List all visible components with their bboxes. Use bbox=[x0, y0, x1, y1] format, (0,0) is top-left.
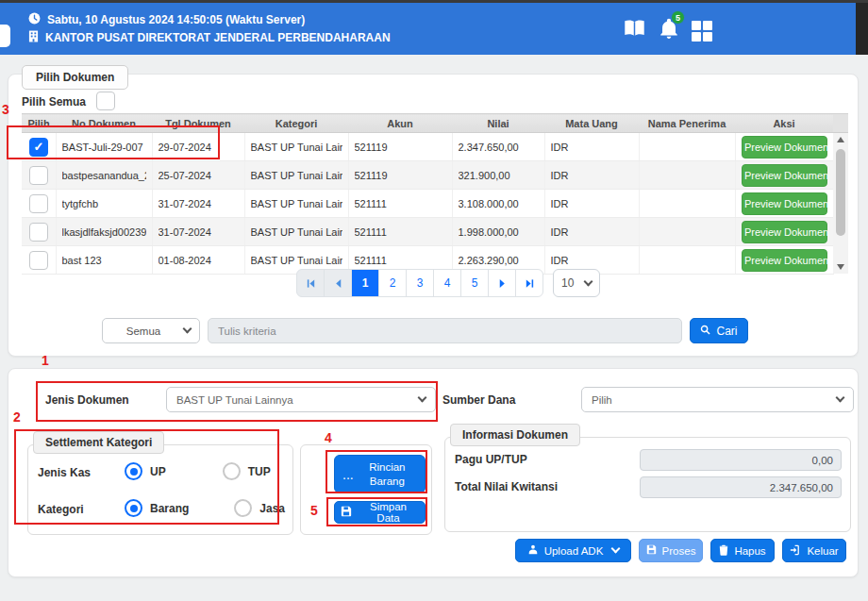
cell-mata-uang: IDR bbox=[544, 218, 639, 246]
chevron-down-icon bbox=[836, 393, 845, 403]
sumber-dana-select[interactable]: Pilih bbox=[581, 387, 854, 412]
save-icon bbox=[646, 544, 657, 557]
proses-button[interactable]: Proses bbox=[639, 539, 703, 562]
upload-adk-button[interactable]: Upload ADK bbox=[515, 539, 631, 562]
sumber-dana-label: Sumber Dana bbox=[442, 393, 515, 407]
scroll-up-icon[interactable] bbox=[833, 133, 848, 146]
total-nilai-input bbox=[640, 476, 842, 498]
next-page-button[interactable] bbox=[488, 269, 516, 297]
pagu-input bbox=[640, 449, 842, 471]
criteria-input[interactable] bbox=[208, 318, 682, 343]
annotation-label-4: 4 bbox=[325, 430, 332, 445]
tab-pilih-dokumen[interactable]: Pilih Dokumen bbox=[22, 65, 128, 90]
preview-label: Preview Dokumen bbox=[744, 198, 828, 209]
radio-label: Barang bbox=[150, 502, 189, 515]
scroll-down-icon[interactable] bbox=[833, 260, 848, 274]
radio-tup[interactable] bbox=[223, 462, 241, 480]
column-header: Pilih bbox=[22, 114, 56, 133]
jenis-kas-options: UPTUP bbox=[125, 462, 271, 480]
cell-tgl-dokumen: 29-07-2024 bbox=[152, 133, 244, 161]
cell-mata-uang: IDR bbox=[544, 161, 639, 190]
row-checkbox[interactable] bbox=[29, 166, 48, 185]
notification-badge[interactable]: 5 bbox=[671, 10, 685, 25]
first-page-button[interactable] bbox=[296, 269, 325, 297]
cell-nama-penerima bbox=[639, 133, 735, 161]
book-icon[interactable] bbox=[622, 19, 647, 42]
radio-option[interactable]: TUP bbox=[223, 462, 271, 480]
cell-kategori: BAST UP Tunai Lainnya bbox=[244, 218, 348, 246]
cari-button[interactable]: Cari bbox=[690, 318, 748, 343]
hapus-button[interactable]: Hapus bbox=[710, 539, 775, 562]
upload-adk-label: Upload ADK bbox=[544, 545, 604, 557]
table-row: ✓BAST-Juli-29-00729-07-2024BAST UP Tunai… bbox=[22, 133, 833, 161]
search-icon bbox=[700, 325, 710, 338]
page-button[interactable]: 4 bbox=[433, 269, 461, 297]
page-size-select[interactable]: 10 bbox=[553, 269, 600, 297]
cari-label: Cari bbox=[716, 325, 737, 338]
jenis-dokumen-value: BAST UP Tunai Lainnya bbox=[176, 394, 419, 406]
row-checkbox[interactable] bbox=[29, 194, 48, 213]
header-corner bbox=[856, 3, 868, 55]
cell-aksi: Preview Dokumen bbox=[735, 190, 833, 218]
simpan-data-label: Simpan Data bbox=[358, 501, 419, 524]
cell-nilai: 321.900,00 bbox=[452, 161, 544, 190]
proses-label: Proses bbox=[662, 545, 696, 557]
preview-dokumen-button[interactable]: Preview Dokumen bbox=[742, 136, 827, 159]
preview-label: Preview Dokumen bbox=[744, 170, 828, 181]
total-nilai-label: Total Nilai Kwitansi bbox=[455, 480, 558, 493]
informasi-fieldset: Pagu UP/TUP Total Nilai Kwitansi bbox=[444, 437, 851, 532]
filter-field-select[interactable]: Semua bbox=[102, 318, 200, 343]
column-header: Aksi bbox=[735, 114, 833, 133]
informasi-legend: Informasi Dokumen bbox=[450, 424, 580, 446]
table-header: PilihNo DokumenTgl DokumenKategoriAkunNi… bbox=[22, 114, 833, 133]
preview-dokumen-button[interactable]: Preview Dokumen bbox=[742, 164, 827, 187]
cell-pilih bbox=[22, 161, 56, 190]
radio-label: Jasa bbox=[259, 502, 285, 515]
rincian-barang-button[interactable]: ... Rincian Barang bbox=[334, 455, 426, 493]
preview-dokumen-button[interactable]: Preview Dokumen bbox=[742, 249, 827, 272]
preview-dokumen-button[interactable]: Preview Dokumen bbox=[742, 221, 827, 243]
kategori-label: Kategori bbox=[38, 503, 84, 516]
radio-option[interactable]: Barang bbox=[125, 499, 189, 517]
row-checkbox[interactable] bbox=[29, 251, 48, 270]
radio-up[interactable] bbox=[125, 462, 142, 480]
radio-barang[interactable] bbox=[125, 499, 142, 517]
scrollbar-thumb[interactable] bbox=[836, 149, 845, 236]
apps-grid-icon[interactable] bbox=[692, 21, 712, 42]
select-all-checkbox[interactable] bbox=[96, 92, 115, 110]
sidebar-toggle[interactable] bbox=[0, 25, 10, 47]
page-button[interactable]: 2 bbox=[378, 269, 407, 297]
settlement-legend: Settlement Kategori bbox=[33, 431, 164, 454]
keluar-button[interactable]: Keluar bbox=[782, 539, 846, 562]
radio-option[interactable]: UP bbox=[125, 462, 166, 480]
table-scrollbar[interactable] bbox=[833, 133, 848, 274]
simpan-data-button[interactable]: Simpan Data bbox=[334, 501, 426, 524]
row-checkbox[interactable] bbox=[29, 223, 48, 242]
check-icon: ✓ bbox=[34, 141, 44, 153]
kategori-options: BarangJasa bbox=[125, 499, 285, 517]
table-row: tytgfchb31-07-2024BAST UP Tunai Lainnya5… bbox=[22, 190, 833, 218]
cell-aksi: Preview Dokumen bbox=[735, 133, 833, 161]
column-header: Mata Uang bbox=[544, 114, 639, 133]
table-header-extension bbox=[833, 113, 848, 133]
rincian-barang-label: Rincian Barang bbox=[358, 460, 417, 489]
cell-pilih: ✓ bbox=[22, 133, 56, 161]
page-button[interactable]: 3 bbox=[406, 269, 434, 297]
page-button[interactable]: 1 bbox=[351, 269, 379, 297]
jenis-dokumen-select[interactable]: BAST UP Tunai Lainnya bbox=[166, 387, 436, 412]
prev-page-button[interactable] bbox=[324, 269, 352, 297]
pagination: 12345 10 bbox=[296, 269, 600, 297]
last-page-button[interactable] bbox=[515, 269, 543, 297]
radio-jasa[interactable] bbox=[234, 499, 252, 517]
page-button[interactable]: 5 bbox=[460, 269, 489, 297]
header-bar: Sabtu, 10 Agustus 2024 14:50:05 (Waktu S… bbox=[0, 3, 868, 55]
preview-dokumen-button[interactable]: Preview Dokumen bbox=[742, 192, 827, 215]
row-checkbox[interactable]: ✓ bbox=[29, 138, 48, 157]
page-size-value: 10 bbox=[561, 276, 574, 290]
cell-pilih bbox=[22, 246, 56, 275]
ellipsis-icon: ... bbox=[342, 468, 354, 481]
radio-option[interactable]: Jasa bbox=[234, 499, 285, 517]
form-panel: Jenis Dokumen BAST UP Tunai Lainnya Sumb… bbox=[8, 368, 859, 577]
column-header: Nilai bbox=[452, 114, 544, 133]
document-panel: Pilih Dokumen Pilih Semua PilihNo Dokume… bbox=[8, 74, 859, 357]
